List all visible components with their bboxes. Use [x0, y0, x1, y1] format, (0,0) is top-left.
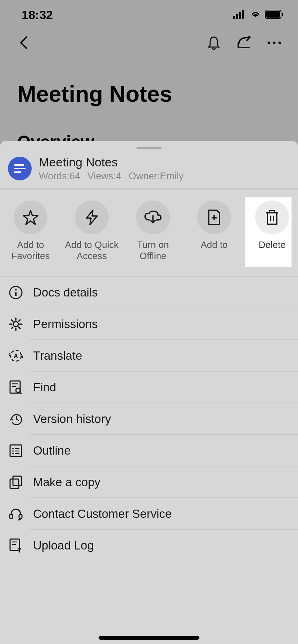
- upload-log-icon: [9, 538, 23, 553]
- menu-item-contact-support[interactable]: Contact Customer Service: [0, 498, 298, 530]
- svg-rect-12: [14, 171, 21, 173]
- action-quick-access[interactable]: Add to Quick Access: [61, 201, 122, 267]
- views-count: Views:4: [87, 171, 121, 182]
- svg-rect-31: [10, 479, 19, 488]
- svg-rect-10: [14, 164, 24, 166]
- menu-label: Contact Customer Service: [33, 507, 172, 521]
- gear-icon: [9, 317, 23, 331]
- find-icon: [9, 380, 23, 395]
- svg-rect-11: [14, 168, 26, 169]
- action-add-favorites[interactable]: Add to Favorites: [0, 201, 61, 267]
- translate-icon: A: [9, 349, 23, 363]
- action-label: Turn on Offline: [122, 239, 184, 262]
- lightning-icon: [85, 210, 99, 225]
- menu-label: Translate: [33, 349, 82, 363]
- menu-item-make-copy[interactable]: Make a copy: [0, 466, 298, 498]
- menu-label: Outline: [33, 444, 71, 457]
- doc-title: Meeting Notes: [39, 155, 290, 169]
- actions-row: Add to Favorites Add to Quick Access Tur…: [0, 190, 298, 276]
- action-label: Add to Favorites: [0, 239, 61, 262]
- doc-info: Meeting Notes Words:64 Views:4 Owner:Emi…: [39, 155, 290, 182]
- menu-item-outline[interactable]: Outline: [0, 435, 298, 466]
- svg-point-25: [12, 448, 14, 449]
- home-indicator[interactable]: [99, 636, 199, 640]
- menu-item-version-history[interactable]: Version history: [0, 403, 298, 435]
- outline-icon: [9, 443, 23, 458]
- menu-item-upload-log[interactable]: Upload Log: [0, 530, 298, 561]
- svg-line-23: [20, 392, 22, 394]
- words-count: Words:64: [39, 171, 80, 182]
- file-plus-icon: [207, 210, 221, 225]
- menu-label: Permissions: [33, 317, 98, 331]
- menu-label: Upload Log: [33, 539, 94, 552]
- menu-item-permissions[interactable]: Permissions: [0, 308, 298, 340]
- action-add-to[interactable]: Add to: [184, 201, 245, 267]
- menu-label: Find: [33, 381, 56, 394]
- action-delete[interactable]: Delete: [245, 197, 292, 267]
- menu-label: Make a copy: [33, 475, 100, 489]
- doc-header: Meeting Notes Words:64 Views:4 Owner:Emi…: [0, 152, 298, 188]
- action-label: Add to: [198, 239, 230, 250]
- menu-label: Docs details: [33, 286, 98, 299]
- menu-item-translate[interactable]: A Translate: [0, 340, 298, 372]
- svg-point-16: [13, 322, 18, 327]
- action-label: Delete: [256, 239, 288, 250]
- svg-point-22: [16, 388, 20, 392]
- headset-icon: [9, 507, 23, 521]
- owner-name: Owner:Emily: [128, 171, 184, 182]
- history-icon: [9, 412, 23, 426]
- trash-icon: [265, 210, 279, 225]
- svg-rect-15: [15, 292, 17, 296]
- svg-point-29: [12, 453, 14, 454]
- cloud-download-icon: [144, 211, 162, 224]
- bottom-sheet: Meeting Notes Words:64 Views:4 Owner:Emi…: [0, 141, 298, 644]
- action-label: Add to Quick Access: [61, 239, 122, 262]
- document-icon: [8, 157, 32, 180]
- menu-item-docs-details[interactable]: Docs details: [0, 277, 298, 308]
- copy-icon: [9, 475, 23, 489]
- doc-meta: Words:64 Views:4 Owner:Emily: [39, 171, 290, 182]
- menu-list: Docs details Permissions A Translate: [0, 277, 298, 561]
- info-icon: [9, 285, 23, 300]
- star-icon: [23, 210, 39, 225]
- menu-item-find[interactable]: Find: [0, 372, 298, 403]
- svg-point-27: [12, 450, 14, 452]
- action-offline[interactable]: Turn on Offline: [122, 201, 184, 267]
- svg-text:A: A: [14, 353, 18, 359]
- sheet-handle[interactable]: [136, 147, 162, 149]
- menu-label: Version history: [33, 412, 111, 426]
- svg-point-14: [15, 289, 17, 291]
